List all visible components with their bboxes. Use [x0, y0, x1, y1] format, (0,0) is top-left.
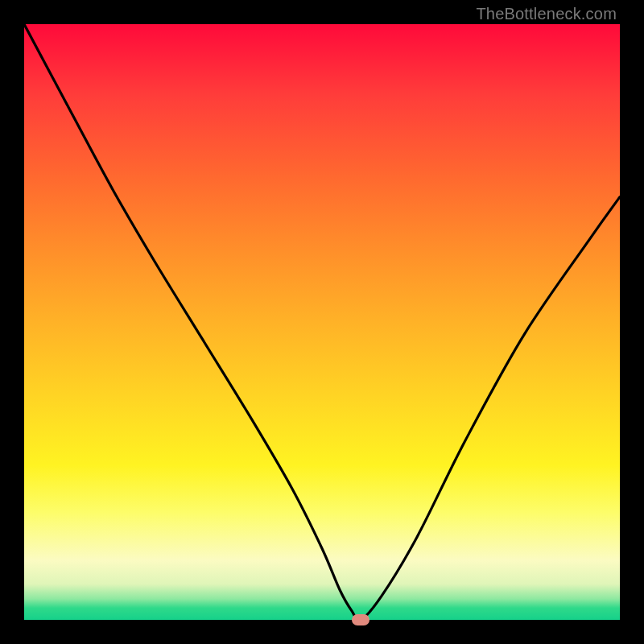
chart-frame: TheBottleneck.com — [0, 0, 644, 644]
plot-area — [24, 24, 620, 620]
watermark-text: TheBottleneck.com — [476, 5, 617, 23]
optimum-marker — [352, 614, 369, 625]
bottleneck-curve — [24, 24, 620, 620]
